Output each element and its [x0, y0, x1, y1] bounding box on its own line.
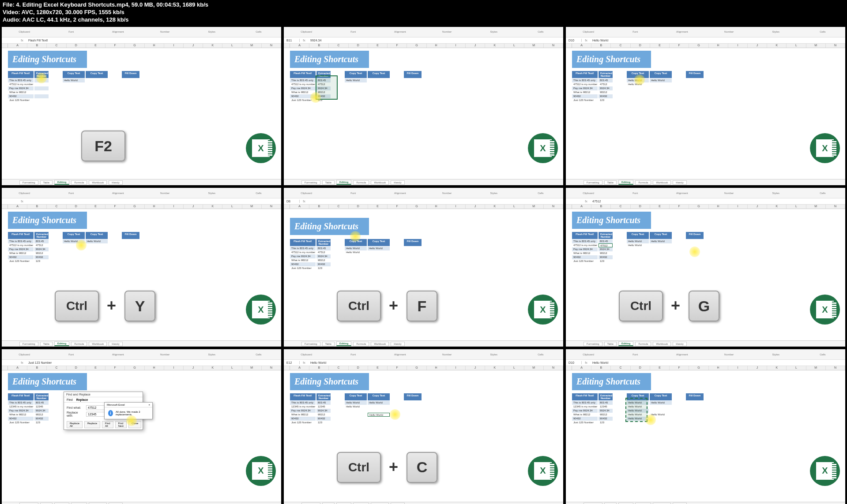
ribbon: ClipboardFontAlignmentNumberStylesCells	[284, 27, 563, 37]
worksheet: Editing Shortcuts Flash Fill Text!Extrac…	[566, 209, 845, 332]
column-headers: ABCDEFGHIJKLMN	[284, 366, 563, 370]
sheet-tabs: FormattingTableEditingFormulaWorkbookHan…	[284, 340, 563, 347]
thumbnail-9: ClipboardFontAlignmentNumberStylesCells …	[566, 349, 845, 504]
title-banner: Editing Shortcuts	[290, 51, 369, 68]
title-banner: Editing Shortcuts	[572, 51, 651, 68]
info-icon: i	[108, 410, 113, 416]
key-g: G	[689, 291, 719, 321]
cursor-highlight	[310, 92, 321, 103]
column-headers: ABCDEFGHIJKLMN	[2, 205, 281, 209]
cursor-highlight	[645, 414, 656, 425]
column-headers: ABCDEFGHIJKLMN	[284, 205, 563, 209]
worksheet: Editing Shortcuts Flash Fill Text!Extrac…	[566, 370, 845, 494]
key-c: C	[407, 452, 437, 483]
worksheet: Editing Shortcuts Flash Fill Text!Extrac…	[284, 48, 563, 172]
thumbnail-4: ClipboardFontAlignmentNumberStylesCells …	[2, 188, 281, 347]
worksheet: Editing Shortcuts Flash Fill Text!Extrac…	[566, 48, 845, 172]
worksheet: Editing Shortcuts Flash Fill Text!Extrac…	[2, 370, 281, 494]
cursor-highlight	[390, 409, 400, 420]
plus-sign: +	[671, 296, 680, 315]
thumbnail-grid: Clipboard Font Alignment Number Styles C…	[0, 25, 847, 504]
close-icon: ×	[148, 403, 150, 406]
formula-bar: fx Flash Fill Text!	[2, 37, 281, 44]
cursor-highlight	[126, 415, 137, 426]
formula-bar: D10fxHello World	[566, 37, 845, 44]
title-banner: Editing Shortcuts	[290, 373, 369, 390]
file-info-header: File: 4. Editing Excel Keyboard Shortcut…	[0, 0, 847, 25]
ribbon: ClipboardFontAlignmentNumberStylesCells	[2, 188, 281, 198]
excel-logo-icon: X	[528, 456, 558, 486]
excel-logo-icon: X	[246, 133, 276, 163]
replace-button: Replace	[84, 421, 100, 428]
key-ctrl: Ctrl	[55, 291, 99, 321]
key-f2: F2	[81, 131, 125, 161]
worksheet: Editing Shortcuts Flash Fill Text!Extrac…	[284, 209, 563, 332]
title-banner: Editing Shortcuts	[8, 51, 87, 68]
sheet-tabs: Formatting Table Editing Formula Workboo…	[2, 179, 281, 185]
find-all-button: Find All	[102, 421, 113, 428]
column-headers: ABCDEFGHIJKLMN	[566, 205, 845, 209]
thumbnail-6: ClipboardFontAlignmentNumberStylesCells …	[566, 188, 845, 347]
dialog-tab-replace: Replace	[76, 398, 88, 401]
worksheet: Editing Shortcuts Flash Fill Text! Extra…	[2, 48, 281, 172]
thumbnail-1: Clipboard Font Alignment Number Styles C…	[2, 27, 281, 186]
dialog-title: Find and Replace	[64, 392, 143, 397]
replace-all-button: Replace All	[67, 421, 83, 428]
plus-sign: +	[389, 296, 398, 315]
excel-logo-icon: X	[528, 133, 558, 163]
column-headers: ABCDEFGHIJKLMN	[2, 366, 281, 370]
sheet-tabs: FormattingTableEditingFormulaWorkbookHan…	[566, 340, 845, 347]
worksheet: Editing Shortcuts Flash Fill Text!Extrac…	[284, 370, 563, 494]
thumbnail-2: ClipboardFontAlignmentNumberStylesCells …	[284, 27, 563, 186]
key-ctrl: Ctrl	[337, 452, 381, 483]
column-headers: ABCDEFGHIJKLMN	[566, 44, 845, 48]
excel-logo-icon: X	[528, 295, 558, 325]
ribbon: ClipboardFontAlignmentNumberStylesCells	[566, 188, 845, 198]
sheet-tabs: FormattingTableEditingFormulaWorkbookHan…	[284, 502, 563, 504]
formula-bar: fx47512	[566, 198, 845, 205]
cursor-highlight	[36, 73, 47, 83]
thumbnail-8: ClipboardFontAlignmentNumberStylesCells …	[284, 349, 563, 504]
plus-sign: +	[389, 458, 398, 476]
ribbon: ClipboardFontAlignmentNumberStylesCells	[284, 188, 563, 198]
audio-line: Audio: AAC LC, 44.1 kHz, 2 channels, 128…	[3, 16, 844, 24]
thumbnail-3: ClipboardFontAlignmentNumberStylesCells …	[566, 27, 845, 186]
title-banner: Editing Shortcuts	[8, 212, 87, 229]
find-next-button: Find Next	[115, 421, 127, 428]
title-banner: Editing Shortcuts	[8, 373, 87, 390]
plus-sign: +	[107, 296, 116, 315]
formula-bar: fx	[2, 198, 281, 205]
file-line: File: 4. Editing Excel Keyboard Shortcut…	[3, 1, 844, 9]
thumbnail-7: ClipboardFontAlignmentNumberStylesCells …	[2, 349, 281, 504]
key-y: Y	[124, 291, 155, 321]
ribbon: Clipboard Font Alignment Number Styles C…	[2, 27, 281, 37]
key-ctrl: Ctrl	[337, 291, 381, 321]
formula-bar: fxJust 123 Number	[2, 360, 281, 366]
key-ctrl: Ctrl	[619, 291, 663, 321]
ribbon: ClipboardFontAlignmentNumberStylesCells	[566, 349, 845, 360]
excel-logo-icon: X	[246, 456, 276, 486]
column-headers: ABCDEFGHIJKLMN	[566, 366, 845, 370]
formula-bar: E12fxHello World	[284, 360, 563, 366]
formula-bar: B11fx9924.34	[284, 37, 563, 44]
excel-logo-icon: X	[246, 295, 276, 325]
sheet-tabs: FormattingTableEditingFormulaWorkbookHan…	[566, 179, 845, 185]
thumbnail-5: ClipboardFontAlignmentNumberStylesCells …	[284, 188, 563, 347]
column-headers: ABCDEFGHIJKLMN	[284, 44, 563, 48]
formula-bar: D10fxHello World	[566, 360, 845, 366]
worksheet: Editing Shortcuts Flash Fill Text!Extrac…	[2, 209, 281, 332]
marching-ants	[625, 398, 647, 422]
sheet-tabs: FormattingTableEditingFormulaWorkbookHan…	[284, 179, 563, 185]
formula-bar: D8fx	[284, 198, 563, 205]
column-headers: ABCDEFGHIJKLMN	[2, 44, 281, 48]
video-line: Video: AVC, 1280x720, 30.000 FPS, 1555 k…	[3, 9, 844, 16]
sheet-tabs: FormattingTableEditingFormulaWorkbookHan…	[2, 340, 281, 347]
ribbon: ClipboardFontAlignmentNumberStylesCells	[566, 27, 845, 37]
ribbon: ClipboardFontAlignmentNumberStylesCells	[2, 349, 281, 360]
sheet-tabs: FormattingTableEditingFormulaWorkbookHan…	[2, 502, 281, 504]
title-banner: Editing Shortcuts	[572, 212, 651, 229]
excel-logo-icon: X	[810, 295, 840, 325]
excel-logo-icon: X	[810, 456, 840, 486]
title-banner: Editing Shortcuts	[572, 373, 651, 390]
ribbon: ClipboardFontAlignmentNumberStylesCells	[284, 349, 563, 360]
